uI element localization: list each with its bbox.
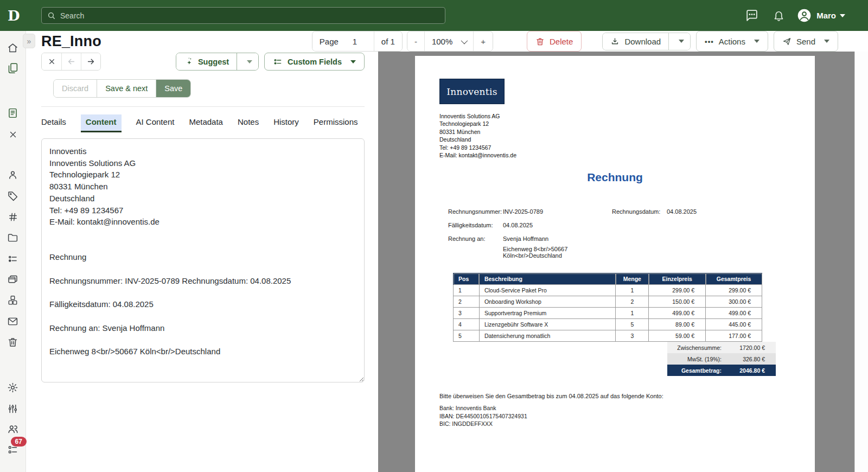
discard-button[interactable]: Discard — [54, 80, 97, 97]
mail-icon[interactable] — [4, 313, 22, 329]
cell: 1 — [616, 308, 649, 319]
sidebar: 67 — [0, 31, 26, 472]
download-button[interactable]: Download — [603, 33, 668, 50]
cell: Lizenzgebühr Software X — [479, 319, 615, 330]
tab-ai-content[interactable]: AI Content — [136, 114, 175, 131]
trash-icon — [535, 37, 545, 46]
delete-button[interactable]: Delete — [527, 31, 582, 52]
cell: 1 — [454, 285, 480, 296]
close-record-button[interactable] — [42, 53, 61, 70]
tab-permissions[interactable]: Permissions — [314, 114, 358, 131]
sidebar-expand-button[interactable]: » — [23, 34, 35, 48]
custom-fields-icon — [273, 57, 283, 67]
tag-icon[interactable] — [4, 188, 22, 204]
zoom-controls: - 100% + — [407, 31, 493, 52]
trash-icon[interactable] — [4, 334, 22, 350]
cell: Onboarding Workshop — [479, 296, 615, 308]
sparkle-icon — [184, 57, 193, 66]
contacts-icon[interactable] — [4, 167, 22, 183]
cell: Datensicherung monatlich — [479, 330, 615, 342]
custom-fields-icon[interactable] — [4, 251, 22, 267]
messages-icon[interactable] — [745, 9, 758, 23]
global-search[interactable] — [41, 7, 445, 24]
windows-icon[interactable] — [4, 271, 22, 288]
download-options-button[interactable] — [668, 33, 690, 50]
viewer-scrollbar-track[interactable] — [854, 52, 868, 472]
cell: Cloud-Service Paket Pro — [479, 285, 615, 296]
suggest-label: Suggest — [198, 58, 229, 66]
sliders-icon[interactable] — [4, 400, 22, 417]
cell: 499.00 € — [706, 308, 762, 319]
page-number-input[interactable] — [346, 31, 374, 51]
table-header-row: Pos Beschreibung Menge Einzelpreis Gesam… — [454, 273, 762, 285]
field-value: 04.08.2025 — [503, 222, 612, 228]
modules-icon[interactable] — [4, 292, 22, 308]
folder-icon[interactable] — [4, 229, 22, 246]
col-header: Einzelpreis — [649, 273, 706, 285]
total-value: 326.80 € — [729, 356, 776, 362]
search-input[interactable] — [60, 11, 439, 20]
company-logo-text: Innoventis — [446, 86, 497, 97]
field-value: Svenja Hoffmann — [503, 235, 612, 242]
company-logo: Innoventis — [439, 79, 505, 104]
cell: 2 — [616, 296, 649, 308]
documents-icon[interactable] — [4, 60, 22, 76]
field-label: Rechnungsdatum: — [612, 208, 667, 215]
user-menu-caret-icon — [840, 14, 845, 17]
hash-icon[interactable] — [4, 209, 22, 225]
chevron-down-icon — [461, 37, 468, 44]
zoom-out-button[interactable]: - — [407, 31, 424, 51]
home-icon[interactable] — [4, 40, 22, 56]
zoom-level-select[interactable]: 100% — [424, 31, 473, 51]
notifications-bell-icon[interactable] — [773, 9, 785, 23]
tasks-count-badge: 67 — [11, 437, 27, 447]
close-panel-icon[interactable] — [4, 126, 22, 143]
actions-button[interactable]: ••• Actions — [696, 31, 768, 52]
suggest-button[interactable]: Suggest — [176, 53, 237, 70]
suggest-options-button[interactable] — [237, 53, 258, 70]
close-icon — [48, 58, 56, 66]
cell: 3 — [616, 330, 649, 342]
cell: 2 — [454, 296, 480, 308]
send-button[interactable]: Send — [774, 31, 838, 52]
cell: 1 — [616, 285, 649, 296]
tab-history[interactable]: History — [273, 114, 299, 131]
download-label: Download — [624, 37, 661, 46]
cell: 4 — [454, 319, 480, 330]
topbar: D Maro — [0, 0, 868, 31]
caret-down-icon — [350, 60, 356, 63]
custom-fields-button[interactable]: Custom Fields — [264, 53, 365, 71]
bank-line: IBAN: DE44500105175407324931 — [439, 412, 790, 420]
caret-down-icon — [679, 40, 684, 43]
settings-gear-icon[interactable] — [4, 379, 22, 396]
cell: 299.00 € — [706, 285, 762, 296]
next-record-button[interactable] — [81, 53, 100, 70]
save-and-next-button[interactable]: Save & next — [97, 80, 156, 97]
table-row: 4 Lizenzgebühr Software X 5 89.00 € 445.… — [454, 319, 762, 330]
document-note-icon[interactable] — [4, 105, 22, 121]
save-button[interactable]: Save — [156, 80, 190, 97]
previous-record-button[interactable] — [61, 53, 81, 70]
page-navigator: Page of 1 — [312, 31, 403, 52]
vat-row: MwSt. (19%): 326.80 € — [667, 353, 776, 365]
content-textarea[interactable]: Innoventis Innoventis Solutions AG Techn… — [41, 138, 365, 382]
zoom-in-button[interactable]: + — [473, 31, 493, 51]
app-logo[interactable]: D — [8, 9, 26, 23]
tab-metadata[interactable]: Metadata — [189, 114, 223, 131]
document-viewer[interactable]: Innoventis Innoventis Solutions AG Techn… — [378, 52, 854, 472]
search-icon — [47, 11, 56, 20]
send-label: Send — [796, 37, 815, 46]
zoom-level-value: 100% — [432, 37, 452, 46]
tasks-icon[interactable]: 67 — [4, 442, 22, 458]
cell: 3 — [454, 308, 480, 319]
tab-content[interactable]: Content — [81, 114, 122, 131]
user-name: Maro — [816, 11, 836, 20]
users-icon[interactable] — [4, 421, 22, 437]
user-menu[interactable]: Maro — [797, 8, 845, 23]
cell: 445.00 € — [706, 319, 762, 330]
invoice-fields: Rechnungsnummer: INV-2025-0789 Rechnungs… — [439, 205, 790, 259]
page-of-label: of 1 — [374, 31, 402, 51]
tab-details[interactable]: Details — [41, 114, 66, 131]
tab-notes[interactable]: Notes — [238, 114, 259, 131]
workspace: Suggest Custom Fields Discard Save & — [26, 52, 868, 472]
